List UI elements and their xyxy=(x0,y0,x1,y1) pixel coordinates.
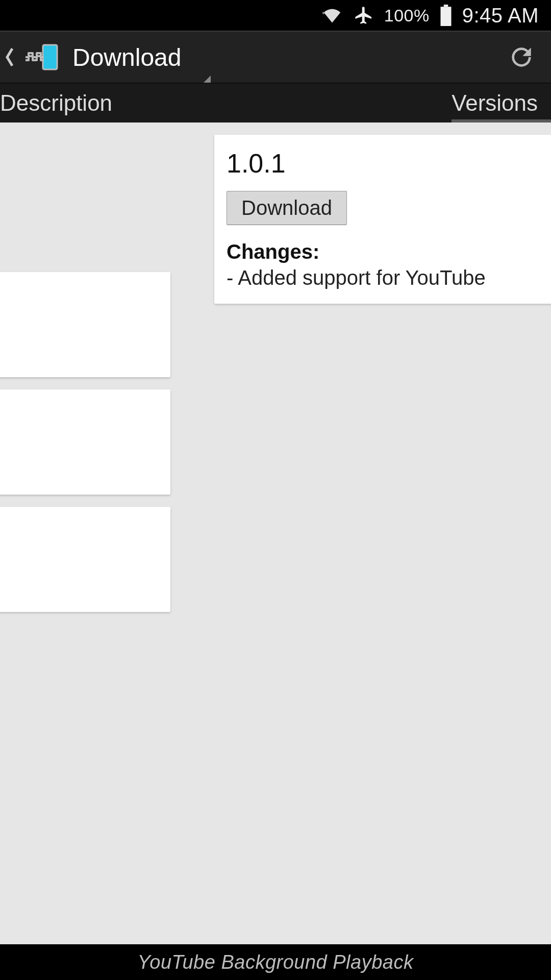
footer-module-name: YouTube Background Playback xyxy=(0,944,551,980)
download-button[interactable]: Download xyxy=(227,191,347,225)
refresh-button[interactable] xyxy=(496,32,547,83)
module-title: nd Playback xyxy=(0,136,170,170)
back-button[interactable] xyxy=(1,32,18,83)
xposed-app-icon[interactable] xyxy=(23,43,59,71)
battery-icon xyxy=(439,5,453,26)
link-text: ck xyxy=(0,456,159,483)
module-description-line: 10.03.5 and 10.04.5. xyxy=(0,226,170,249)
svg-rect-1 xyxy=(444,5,448,7)
battery-percent: 100% xyxy=(384,6,430,26)
version-card: 1.0.1 Download Changes: - Added support … xyxy=(214,135,551,304)
description-pane[interactable]: nd Playback in YouTube. 10.03.5 and 10.0… xyxy=(0,122,184,624)
wifi-icon xyxy=(321,6,343,24)
link-card-issues[interactable]: / ck/issues xyxy=(0,272,170,377)
link-text: ck/issues xyxy=(0,338,159,366)
status-bar: 100% 9:45 AM xyxy=(0,0,551,31)
tab-label: Description xyxy=(0,90,112,116)
tab-versions[interactable]: Versions xyxy=(441,83,551,122)
versions-pane[interactable]: 1.0.1 Download Changes: - Added support … xyxy=(203,122,551,304)
navigation-dropdown[interactable]: Download xyxy=(72,43,496,71)
link-text: dule/ xyxy=(0,546,159,573)
airplane-mode-icon xyxy=(353,5,375,26)
action-bar: Download xyxy=(0,31,551,83)
changes-body: - Added support for YouTube xyxy=(227,266,551,289)
link-card-source[interactable]: / ck xyxy=(0,389,170,495)
link-text: / xyxy=(0,311,159,338)
link-text: / xyxy=(0,428,159,456)
version-number: 1.0.1 xyxy=(227,148,551,179)
tab-label: Versions xyxy=(452,90,538,116)
module-description-line: in YouTube. xyxy=(0,187,170,210)
link-card-repo[interactable]: dule/ ndplayback xyxy=(0,507,170,612)
svg-rect-2 xyxy=(43,45,57,69)
changes-heading: Changes: xyxy=(227,240,551,263)
clock: 9:45 AM xyxy=(462,4,539,27)
svg-rect-0 xyxy=(440,7,451,26)
tab-description[interactable]: Description xyxy=(0,83,441,122)
tab-bar: Description Versions xyxy=(0,83,551,122)
content-area: nd Playback in YouTube. 10.03.5 and 10.0… xyxy=(0,122,551,944)
link-text: ndplayback xyxy=(0,573,159,601)
footer-text: YouTube Background Playback xyxy=(138,951,414,973)
navigation-title: Download xyxy=(72,43,181,71)
